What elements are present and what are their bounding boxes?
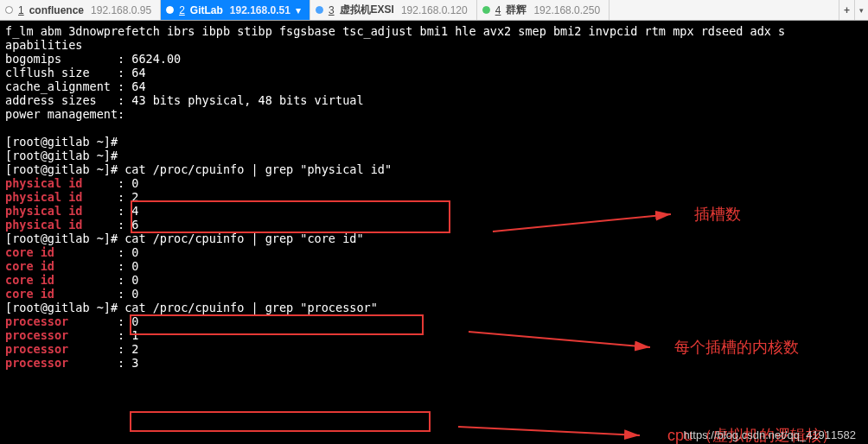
terminal-line: address sizes : 43 bits physical, 48 bit… bbox=[5, 93, 863, 107]
tab-name: confluence bbox=[29, 4, 84, 16]
tabs-dropdown-button[interactable]: ▾ bbox=[854, 0, 868, 20]
tab-number: 3 bbox=[329, 4, 335, 16]
terminal-line: physical id : 0 bbox=[5, 176, 863, 190]
match-key: physical id bbox=[5, 190, 82, 204]
status-dot-icon bbox=[166, 6, 174, 14]
annotation-label: 插槽数 bbox=[694, 207, 741, 221]
command-text: cat /proc/cpuinfo | grep "processor" bbox=[124, 301, 378, 314]
tab-gitlab[interactable]: 2 GitLab 192.168.0.51 ▾ bbox=[161, 0, 310, 20]
match-key: physical id bbox=[5, 204, 82, 218]
tab-address: 192.168.0.95 bbox=[91, 4, 151, 16]
tab-confluence[interactable]: 1 confluence 192.168.0.95 bbox=[0, 0, 161, 20]
highlight-box bbox=[130, 411, 431, 432]
match-key: core id bbox=[5, 287, 54, 301]
match-key: processor bbox=[5, 342, 68, 356]
terminal-line: processor : 0 bbox=[5, 314, 863, 328]
terminal-line bbox=[5, 121, 863, 135]
tab-number: 2 bbox=[179, 4, 185, 16]
terminal-line: core id : 0 bbox=[5, 245, 863, 259]
tab-number: 4 bbox=[495, 4, 501, 16]
terminal-line: processor : 3 bbox=[5, 356, 863, 370]
tab-address: 192.168.0.250 bbox=[533, 4, 600, 16]
match-key: processor bbox=[5, 314, 68, 328]
terminal-line: [root@gitlab ~]# bbox=[5, 149, 863, 162]
terminal-line: [root@gitlab ~]# cat /proc/cpuinfo | gre… bbox=[5, 232, 863, 245]
match-key: physical id bbox=[5, 176, 82, 190]
command-text: cat /proc/cpuinfo | grep "core id" bbox=[124, 232, 363, 245]
tab-nas[interactable]: 4 群辉 192.168.0.250 bbox=[477, 0, 610, 20]
terminal-line: [root@gitlab ~]# cat /proc/cpuinfo | gre… bbox=[5, 162, 863, 176]
terminal-line: [root@gitlab ~]# cat /proc/cpuinfo | gre… bbox=[5, 301, 863, 314]
terminal-line: core id : 0 bbox=[5, 273, 863, 287]
terminal-line: bogomips : 6624.00 bbox=[5, 52, 863, 66]
svg-line-2 bbox=[458, 427, 640, 435]
tab-name: 群辉 bbox=[506, 3, 527, 17]
terminal[interactable]: f_lm abm 3dnowprefetch ibrs ibpb stibp f… bbox=[0, 21, 868, 444]
match-key: core id bbox=[5, 259, 54, 273]
terminal-line: physical id : 2 bbox=[5, 190, 863, 204]
status-dot-icon bbox=[5, 6, 13, 14]
terminal-line: f_lm abm 3dnowprefetch ibrs ibpb stibp f… bbox=[5, 24, 863, 38]
tab-bar: 1 confluence 192.168.0.95 2 GitLab 192.1… bbox=[0, 0, 868, 21]
annotation-label: 每个插槽的内核数 bbox=[674, 340, 799, 354]
command-text: cat /proc/cpuinfo | grep "physical id" bbox=[124, 162, 392, 176]
tab-address: 192.168.0.120 bbox=[401, 4, 468, 16]
status-dot-icon bbox=[482, 6, 490, 14]
terminal-line: cache_alignment : 64 bbox=[5, 79, 863, 93]
tab-name: GitLab bbox=[190, 4, 223, 16]
match-key: processor bbox=[5, 356, 68, 370]
watermark-text: https://blog.csdn.net/qq_41911582 bbox=[684, 428, 857, 442]
tab-name: 虚拟机EXSI bbox=[340, 3, 394, 17]
terminal-line: core id : 0 bbox=[5, 259, 863, 273]
match-key: physical id bbox=[5, 218, 82, 232]
tab-number: 1 bbox=[18, 4, 24, 16]
status-dot-icon bbox=[316, 6, 323, 14]
tab-address: 192.168.0.51 bbox=[230, 4, 290, 16]
terminal-line: apabilities bbox=[5, 38, 863, 52]
terminal-line: core id : 0 bbox=[5, 287, 863, 301]
terminal-line: [root@gitlab ~]# bbox=[5, 135, 863, 149]
tabbar-spacer bbox=[610, 0, 839, 20]
chevron-down-icon[interactable]: ▾ bbox=[296, 4, 301, 16]
new-tab-button[interactable]: + bbox=[839, 0, 854, 20]
tab-exsi[interactable]: 3 虚拟机EXSI 192.168.0.120 bbox=[310, 0, 477, 20]
match-key: processor bbox=[5, 328, 68, 342]
terminal-line: power management: bbox=[5, 107, 863, 121]
match-key: core id bbox=[5, 245, 54, 259]
terminal-line: clflush size : 64 bbox=[5, 66, 863, 79]
match-key: core id bbox=[5, 273, 54, 287]
